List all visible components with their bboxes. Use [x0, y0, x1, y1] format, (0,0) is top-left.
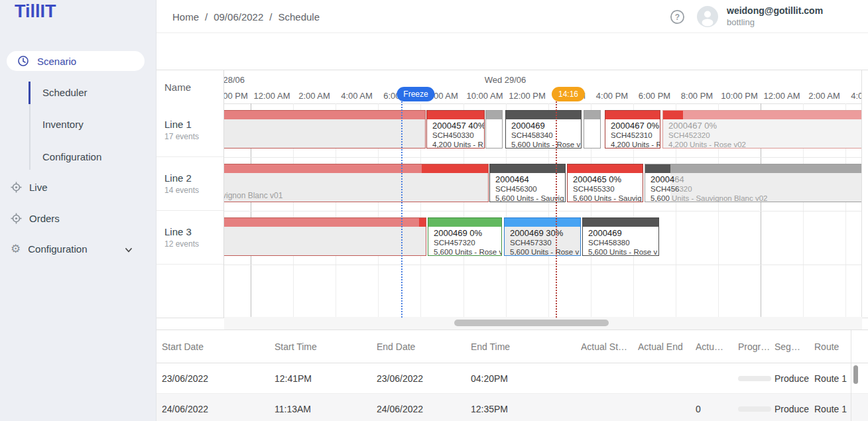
timeline-header-divider — [224, 103, 862, 104]
column-header[interactable]: Start Time — [275, 341, 377, 352]
gantt-bar[interactable] — [584, 110, 601, 149]
breadcrumb-schedule[interactable]: Schedule — [278, 11, 320, 23]
table-cell — [738, 406, 775, 412]
sidebar-item-inventory[interactable]: Inventory — [42, 119, 84, 132]
resource-row-label: Line 312 events — [156, 211, 223, 265]
sidebar-item-configuration-sub[interactable]: Configuration — [42, 151, 101, 164]
current-time-badge[interactable]: 14:16 — [552, 87, 585, 101]
gantt-bar-header — [663, 111, 862, 119]
table-cell: Produce — [775, 404, 814, 414]
sidebar-item-live[interactable]: Live — [11, 182, 48, 193]
gantt-bar[interactable]: 2000465 0%SCH4553305,600 Units - Sauvig — [567, 164, 643, 202]
avatar[interactable] — [697, 6, 718, 27]
progress-placeholder — [738, 406, 771, 412]
gantt-bar[interactable]: 2000469 30%SCH4573305,600 Units - Rose v — [504, 217, 581, 256]
gantt-bar[interactable]: 2000469SCH4583405,600 Units - Rose v — [505, 110, 582, 149]
chevron-down-icon[interactable] — [124, 245, 133, 255]
table-row[interactable]: 23/06/202212:41PM23/06/202204:20PMProduc… — [156, 363, 868, 394]
gantt-bar-header — [506, 111, 581, 119]
scheduler-toolbar: WEEK — [156, 33, 868, 70]
column-header[interactable]: Actual St… — [581, 341, 638, 352]
horizontal-scrollbar[interactable] — [224, 317, 862, 330]
gantt-bar[interactable]: 2000464SCH4563005,600 Units - Sauvig — [489, 164, 566, 202]
table-cell: 24/06/2022 — [162, 404, 275, 414]
name-column-header: Name — [164, 70, 191, 103]
gantt-name-col: Name Line 117 eventsLine 214 eventsLine … — [156, 70, 224, 318]
table-right-divider — [851, 330, 851, 421]
gantt-bar-header — [583, 218, 658, 227]
gantt-bar-header — [428, 218, 501, 227]
gantt-bar-header — [427, 111, 484, 119]
table-header-row: Start DateStart TimeEnd DateEnd TimeActu… — [156, 330, 868, 363]
column-header[interactable]: Start Date — [162, 341, 275, 352]
sidebar-item-label: Scenario — [37, 56, 76, 67]
horizontal-scrollbar-thumb[interactable] — [454, 320, 609, 326]
table-cell: 23/06/2022 — [377, 373, 471, 384]
column-header[interactable]: End Time — [471, 341, 581, 352]
timeline-area[interactable]: Tue 28/06Wed 29/0610:00 PM12:00 AM2:00 A… — [224, 70, 862, 318]
freeze-badge[interactable]: Freeze — [397, 87, 434, 101]
gantt-bar-body: 2000457 40%SCH4503304,200 Units - R — [427, 119, 484, 148]
help-icon[interactable]: ? — [670, 9, 685, 25]
clock-icon — [17, 55, 29, 67]
active-indicator — [29, 82, 31, 104]
resource-name: Line 1 — [164, 119, 223, 130]
gantt-bar[interactable]: 2000467 0%SCH4523104,200 Units - R — [605, 110, 660, 149]
sidebar-item-label: Configuration — [28, 243, 87, 255]
gantt-bar[interactable] — [485, 110, 503, 149]
sidebar-item-label: Live — [29, 182, 48, 193]
app-window: TillIT Scenario Scheduler Inventory Conf… — [0, 0, 868, 421]
sidebar-item-scenario[interactable]: Scenario — [7, 51, 145, 71]
gantt-bar-header — [224, 111, 425, 119]
gantt-bar-body: 2000469 0%SCH4573205,600 Units - Rose v — [428, 227, 501, 255]
gantt-bar[interactable]: 2000457 40%SCH4503304,200 Units - R — [426, 110, 485, 149]
gantt-chart: Name Line 117 eventsLine 214 eventsLine … — [156, 70, 868, 318]
breadcrumb-date[interactable]: 09/06/2022 — [214, 11, 263, 23]
sidebar-item-label: Orders — [29, 213, 60, 224]
table-cell: 11:13AM — [275, 404, 377, 414]
table-cell — [738, 376, 775, 381]
gantt-bar[interactable]: 2000469SCH4583805,600 Units - Rose v — [582, 217, 659, 256]
column-header[interactable]: Seg… — [775, 341, 814, 352]
column-header[interactable]: End Date — [377, 341, 471, 352]
top-bar: Home / 09/06/2022 / Schedule ? weidong@g… — [156, 0, 868, 33]
events-table: Start DateStart TimeEnd DateEnd TimeActu… — [156, 330, 868, 421]
resource-name: Line 3 — [164, 226, 223, 237]
breadcrumb-home[interactable]: Home — [172, 11, 199, 23]
gantt-bar[interactable] — [224, 110, 426, 149]
sidebar-item-configuration[interactable]: ⚙ Configuration — [11, 243, 87, 255]
timeline-time-label: 4:00 AM — [851, 91, 862, 101]
gantt-bar[interactable]: vignon Blanc v01 — [224, 164, 489, 202]
gear-icon: ⚙ — [11, 243, 21, 255]
sidebar-item-scheduler[interactable]: Scheduler — [42, 87, 88, 100]
svg-text:?: ? — [675, 13, 680, 22]
row-separator — [224, 157, 862, 158]
gantt-bar-body: 2000464SCH4563205,600 Units - Sauvignon … — [645, 173, 862, 202]
gantt-bar[interactable] — [224, 217, 426, 256]
column-header[interactable]: Progr… — [738, 341, 775, 352]
breadcrumb-separator: / — [269, 11, 272, 23]
gantt-bar-caption: vignon Blanc v01 — [224, 191, 282, 200]
column-header[interactable]: Route — [814, 341, 851, 352]
gantt-bar-header — [584, 111, 600, 119]
table-cell: 12:41PM — [275, 373, 377, 384]
gantt-bar[interactable]: 2000464SCH4563205,600 Units - Sauvignon … — [645, 164, 862, 202]
column-header[interactable]: Actu… — [696, 341, 738, 352]
gantt-bar-header — [505, 218, 580, 227]
progress-placeholder — [738, 376, 771, 381]
column-header[interactable]: Actual End — [638, 341, 696, 352]
gantt-bar-body — [584, 119, 600, 148]
table-cell: 12:35PM — [471, 404, 581, 414]
table-cell: Route 1 — [814, 373, 851, 384]
timeline-time-label: 2:00 AM — [298, 91, 330, 101]
user-menu[interactable]: weidong@gotillit.com bottling — [727, 5, 823, 27]
timeline-time-label: 4:00 AM — [341, 91, 373, 101]
gantt-bar[interactable]: 2000469 0%SCH4573205,600 Units - Rose v — [428, 217, 502, 256]
gantt-bar-header — [224, 164, 488, 173]
tillit-logo: TillIT — [15, 1, 56, 22]
table-cell: Route 1 — [814, 404, 851, 414]
gantt-bar[interactable]: 2000467 0%SCH4523204,200 Units - Rose v0… — [662, 110, 862, 149]
table-row[interactable]: 24/06/202211:13AM24/06/202212:35PM0Produ… — [156, 394, 868, 421]
sidebar-item-orders[interactable]: Orders — [11, 213, 60, 224]
vertical-scrollbar-thumb[interactable] — [853, 365, 858, 384]
